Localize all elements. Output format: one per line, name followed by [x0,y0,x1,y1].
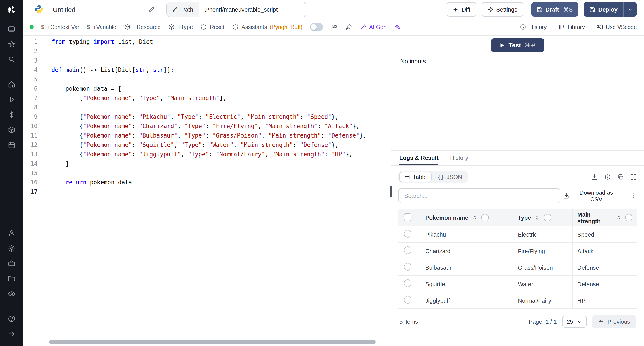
use-vscode-button[interactable]: Use VScode [596,24,637,30]
home-icon[interactable] [4,77,20,92]
audit-eye-icon[interactable] [4,286,20,301]
settings-gear-icon[interactable] [4,241,20,256]
code-line[interactable]: ] [52,159,391,168]
schedules-calendar-icon[interactable] [4,138,20,153]
column-filter-circle[interactable] [481,214,489,221]
star-favorites-icon[interactable] [4,37,20,52]
sort-icon[interactable] [616,215,622,220]
code-line[interactable] [52,187,391,196]
dollar-icon: $ [41,24,44,30]
settings-button[interactable]: Settings [482,2,523,16]
code-line[interactable]: {"Pokemon name": "Bulbasaur", "Type": "G… [52,131,391,140]
table-cell: Normal/Fairy [513,292,573,309]
code-line[interactable]: {"Pokemon name": "Squirtle", "Type": "Wa… [52,140,391,150]
code-line[interactable]: {"Pokemon name": "Jigglypuff", "Type": "… [52,150,391,159]
variables-dollar-icon[interactable] [4,107,20,122]
code-line[interactable]: {"Pokemon name": "Charizard", "Type": "F… [52,121,391,131]
code-line[interactable] [52,56,391,65]
dashboard-icon[interactable] [4,21,20,37]
code-line[interactable]: {"Pokemon name": "Pikachu", "Type": "Ele… [52,112,391,121]
add-context-var-button[interactable]: $ +Context Var [41,24,80,30]
download-result-icon[interactable] [591,174,598,180]
line-number: 17 [23,187,44,196]
help-icon[interactable] [4,311,20,326]
settings-label: Settings [496,6,517,13]
previous-page-button[interactable]: Previous [592,315,636,328]
workers-briefcase-icon[interactable] [4,256,20,271]
maximize-icon[interactable] [630,174,637,180]
ai-gen-button[interactable]: AI Gen [360,24,386,30]
user-icon[interactable] [4,225,20,241]
more-options-icon[interactable] [630,192,637,199]
code-line[interactable] [52,103,391,112]
line-number: 10 [23,121,44,131]
code-line[interactable] [52,168,391,178]
code-line[interactable]: ["Pokemon name", "Type", "Main strength"… [52,93,391,103]
draft-button[interactable]: Draft ⌘S [531,2,578,16]
sort-icon[interactable] [472,215,478,220]
test-button[interactable]: Test ⌘↵ [491,38,544,52]
library-button[interactable]: Library [558,24,585,30]
search-input[interactable] [398,188,560,203]
folders-icon[interactable] [4,271,20,286]
table-row[interactable]: BulbasaurGrass/PoisonDefense [398,259,637,276]
page-size-select[interactable]: 25 [562,316,587,328]
download-csv-button[interactable]: Download as CSV [560,189,622,203]
splitter-handle[interactable] [390,186,392,197]
resources-cube-icon[interactable] [4,122,20,138]
code-editor[interactable]: 1234567891011121314151617 from typing im… [23,36,391,346]
view-json-button[interactable]: {} JSON [432,172,467,182]
tab-history[interactable]: History [450,151,468,165]
select-all-checkbox[interactable] [404,213,412,221]
sparkles-icon[interactable] [394,24,401,30]
info-icon[interactable] [604,174,611,180]
code-line[interactable] [52,75,391,84]
download-icon [563,192,570,199]
dollar-icon: $ [87,24,90,30]
horizontal-scrollbar[interactable] [49,340,376,344]
view-table-button[interactable]: Table [399,172,432,182]
column-filter-circle[interactable] [544,214,552,221]
path-value-input[interactable]: u/henri/maneuverable_script [199,2,306,16]
assistants-button[interactable]: Assistants (Pyright Ruff) [232,24,302,30]
runs-play-icon[interactable] [4,92,20,107]
diff-button[interactable]: Diff [447,2,476,16]
sort-icon[interactable] [535,215,540,220]
table-row[interactable]: SquirtleWaterDefense [398,276,637,292]
column-filter-circle[interactable] [625,214,632,221]
search-icon[interactable] [4,52,20,67]
code-line[interactable]: pokemon_data = [ [52,84,391,93]
expand-sidebar-icon[interactable] [4,326,20,342]
multiplayer-users-icon[interactable] [331,24,338,30]
code-line[interactable]: return pokemon_data [52,178,391,187]
code-line[interactable]: def main() -> List[Dict[str, str]]: [52,65,391,75]
add-variable-button[interactable]: $ +Variable [87,24,116,30]
copy-icon[interactable] [617,174,624,180]
row-select-circle[interactable] [404,230,412,237]
code-lines[interactable]: from typing import List, Dictdef main() … [44,36,391,346]
windmill-logo-icon[interactable] [7,4,16,14]
edit-pencil-icon[interactable] [148,6,155,13]
row-select-circle[interactable] [404,280,412,287]
panel-splitter[interactable] [391,36,391,346]
table-row[interactable]: JigglypuffNormal/FairyHP [398,292,637,309]
reset-button[interactable]: Reset [200,24,224,30]
row-select-circle[interactable] [404,296,412,304]
format-brush-icon[interactable] [346,24,352,30]
path-button[interactable]: Path [167,2,199,16]
saved-status-dot [30,25,34,29]
history-button[interactable]: History [520,24,547,30]
table-row[interactable]: PikachuElectricSpeed [398,226,637,243]
table-row[interactable]: CharizardFire/FlyingAttack [398,243,637,259]
deploy-dropdown-button[interactable] [624,2,637,16]
add-resource-button[interactable]: +Resource [124,24,160,30]
add-type-button[interactable]: +Type [168,24,193,30]
multiplayer-toggle[interactable] [310,23,324,31]
logs-result-panel: Logs & Result History Table {} [391,151,644,346]
row-select-circle[interactable] [404,263,412,271]
code-line[interactable]: from typing import List, Dict [52,37,391,46]
tab-logs-result[interactable]: Logs & Result [399,151,438,165]
row-select-circle[interactable] [404,246,412,254]
deploy-button[interactable]: Deploy [584,2,624,16]
code-line[interactable] [52,46,391,56]
